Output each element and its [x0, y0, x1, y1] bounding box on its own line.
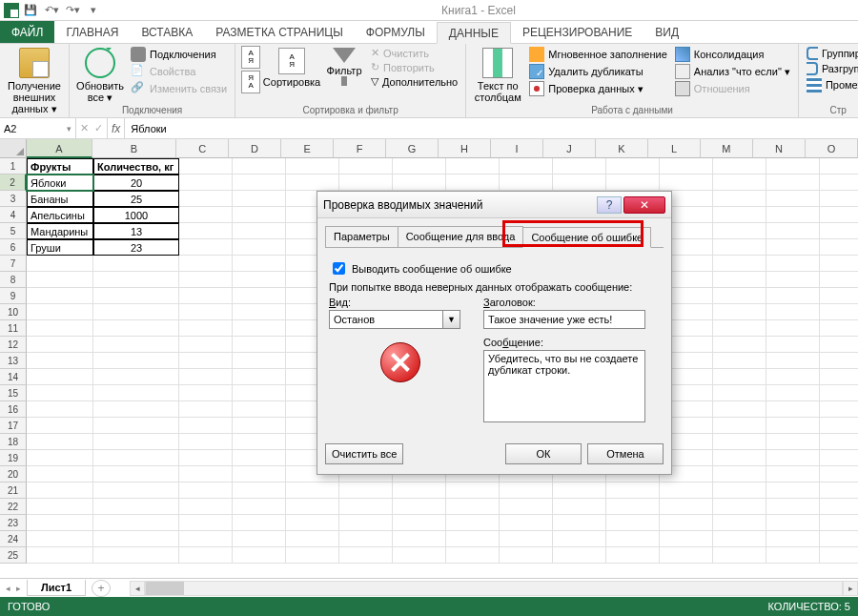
cell[interactable]: [820, 466, 858, 483]
cell[interactable]: [660, 483, 713, 499]
cell[interactable]: [766, 515, 820, 531]
cell[interactable]: [93, 272, 179, 288]
column-header[interactable]: M: [701, 139, 753, 158]
cell[interactable]: [233, 158, 286, 175]
cell[interactable]: [339, 175, 393, 191]
cell[interactable]: [179, 483, 233, 499]
cell[interactable]: [713, 304, 766, 320]
row-header[interactable]: 14: [0, 369, 27, 385]
cell[interactable]: [233, 483, 286, 499]
cell[interactable]: [93, 401, 179, 418]
row-header[interactable]: 10: [0, 304, 27, 320]
cell[interactable]: [93, 499, 179, 515]
cell[interactable]: [713, 158, 766, 175]
row-header[interactable]: 20: [0, 466, 27, 483]
cell[interactable]: [553, 175, 606, 191]
row-header[interactable]: 13: [0, 353, 27, 369]
tab-home[interactable]: ГЛАВНАЯ: [54, 21, 130, 43]
cell[interactable]: Яблоки: [27, 175, 93, 191]
cell[interactable]: [766, 547, 820, 564]
cell[interactable]: [766, 191, 820, 207]
cell[interactable]: [179, 337, 233, 353]
cell[interactable]: [339, 515, 393, 531]
clear-filter-button[interactable]: ✕Очистить: [369, 46, 460, 60]
cell[interactable]: Мандарины: [27, 223, 93, 239]
cell[interactable]: Количество, кг: [93, 158, 179, 175]
cell[interactable]: [93, 256, 179, 272]
cell[interactable]: [606, 175, 660, 191]
advanced-filter-button[interactable]: ▽Дополнительно: [369, 74, 460, 89]
cell[interactable]: [713, 547, 766, 564]
cell[interactable]: [233, 450, 286, 466]
tab-view[interactable]: ВИД: [644, 21, 690, 43]
row-header[interactable]: 18: [0, 434, 27, 450]
cell[interactable]: [393, 483, 446, 499]
tab-formulas[interactable]: ФОРМУЛЫ: [355, 21, 437, 43]
cell[interactable]: [820, 272, 858, 288]
cell[interactable]: [713, 385, 766, 401]
column-header[interactable]: O: [806, 139, 858, 158]
cell[interactable]: [446, 531, 500, 547]
row-header[interactable]: 6: [0, 239, 27, 256]
cell[interactable]: [446, 158, 500, 175]
cell[interactable]: [179, 320, 233, 337]
cell[interactable]: [27, 288, 93, 304]
subtotal-button[interactable]: Промежу: [805, 76, 858, 93]
cell[interactable]: [233, 304, 286, 320]
row-header[interactable]: 22: [0, 499, 27, 515]
cell[interactable]: [500, 175, 553, 191]
cell[interactable]: [27, 515, 93, 531]
cell[interactable]: [500, 499, 553, 515]
cell[interactable]: [93, 515, 179, 531]
cell[interactable]: [179, 256, 233, 272]
cell[interactable]: [286, 499, 339, 515]
cell[interactable]: 23: [93, 239, 179, 256]
cell[interactable]: [179, 385, 233, 401]
cell[interactable]: [93, 320, 179, 337]
cell[interactable]: [286, 531, 339, 547]
cell[interactable]: [713, 191, 766, 207]
cell[interactable]: [713, 207, 766, 223]
row-header[interactable]: 25: [0, 547, 27, 564]
column-header[interactable]: K: [596, 139, 648, 158]
cell[interactable]: [553, 547, 606, 564]
cell[interactable]: [766, 223, 820, 239]
cell[interactable]: [233, 223, 286, 239]
cell[interactable]: [179, 515, 233, 531]
cell[interactable]: [766, 434, 820, 450]
cell[interactable]: [93, 385, 179, 401]
cell[interactable]: [713, 272, 766, 288]
cell[interactable]: [606, 515, 660, 531]
cell[interactable]: [820, 320, 858, 337]
row-header[interactable]: 24: [0, 531, 27, 547]
cell[interactable]: [179, 223, 233, 239]
cell[interactable]: [766, 499, 820, 515]
cell[interactable]: [233, 256, 286, 272]
tab-data[interactable]: ДАННЫЕ: [437, 22, 511, 44]
cell[interactable]: [393, 515, 446, 531]
text-to-columns-button[interactable]: Текст по столбцам: [472, 46, 523, 105]
row-header[interactable]: 12: [0, 337, 27, 353]
column-header[interactable]: B: [92, 139, 176, 158]
cell[interactable]: [820, 175, 858, 191]
cell[interactable]: [179, 239, 233, 256]
cell[interactable]: [179, 418, 233, 434]
sort-asc-button[interactable]: АЯ: [241, 46, 260, 69]
cell[interactable]: [820, 256, 858, 272]
cell[interactable]: [606, 531, 660, 547]
row-header[interactable]: 16: [0, 401, 27, 418]
row-header[interactable]: 15: [0, 385, 27, 401]
cell[interactable]: [393, 175, 446, 191]
cell[interactable]: [339, 158, 393, 175]
cell[interactable]: [93, 369, 179, 385]
tab-insert[interactable]: ВСТАВКА: [130, 21, 204, 43]
cell[interactable]: [820, 191, 858, 207]
cell[interactable]: [500, 483, 553, 499]
cell[interactable]: [179, 304, 233, 320]
cell[interactable]: [820, 353, 858, 369]
cell[interactable]: [766, 288, 820, 304]
cell[interactable]: [179, 158, 233, 175]
kind-value[interactable]: [329, 310, 443, 329]
cell[interactable]: [179, 288, 233, 304]
flash-fill-button[interactable]: Мгновенное заполнение: [527, 46, 669, 63]
